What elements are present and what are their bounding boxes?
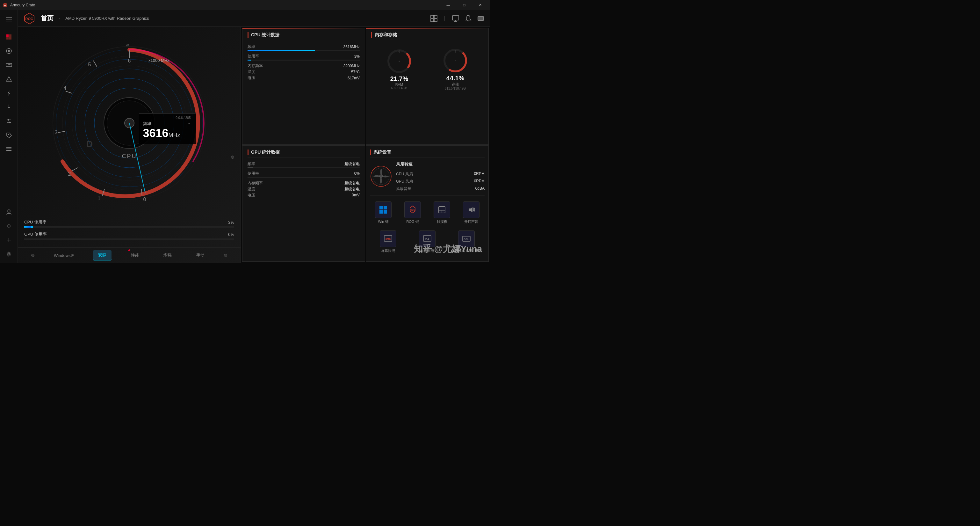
memory-card-title: 内存和存储	[375, 32, 397, 38]
fan-cpu-row: CPU 风扇 0RPM	[396, 172, 485, 177]
storage-gauge-ring: +	[442, 48, 468, 73]
sidebar-item-dot[interactable]	[3, 220, 15, 233]
sys-touchpad-label: 触摸板	[437, 219, 447, 224]
sidebar-item-circle[interactable]	[3, 45, 15, 57]
memory-card: 内存和存储	[366, 28, 489, 145]
sidebar-item-alert[interactable]: !	[3, 73, 15, 85]
header-separator: -	[59, 16, 60, 21]
cpu-memfreq-label: 内存频率	[248, 63, 263, 69]
mode-right-dot[interactable]	[224, 254, 227, 257]
titlebar-title: Armoury Crate	[10, 3, 35, 7]
storage-gauge: + 44.1% 存储 611.5/1387.2G	[442, 48, 468, 90]
sidebar-item-sliders[interactable]	[3, 115, 15, 128]
cpu-usage-bar-fill	[248, 60, 251, 61]
close-button[interactable]: ✕	[473, 0, 487, 10]
ram-gauge: + 21.7% RAM 6.8/31.4GB	[387, 48, 412, 90]
sys-rogkey-box: ROG	[404, 201, 421, 218]
monitor-icon[interactable]	[452, 15, 460, 22]
ram-plus-icon: +	[399, 60, 400, 62]
cpu-usage-label: CPU 使用率	[24, 219, 46, 225]
sys-winkey-item[interactable]: Win 键	[370, 199, 397, 226]
fan-inline: 风扇转速 CPU 风扇 0RPM GPU 风扇 0RPM 风扇音量	[370, 161, 485, 196]
deco-dot-bottom[interactable]	[231, 156, 234, 159]
gauge-area: 6 5 4 3 2 1 0	[18, 27, 240, 219]
svg-rect-8	[9, 37, 11, 40]
ram-label: RAM	[390, 83, 409, 86]
mode-tab-windows[interactable]: Windows®	[49, 251, 79, 260]
fan-gpu-label: GPU 风扇	[396, 179, 413, 184]
svg-point-10	[8, 50, 10, 52]
sidebar-item-home[interactable]	[3, 30, 15, 43]
memory-gauges: + 21.7% RAM 6.8/31.4GB	[371, 44, 483, 94]
cpu-usage-metric: 使用率 3%	[248, 54, 360, 59]
sidebar-item-menu[interactable]	[3, 13, 15, 26]
sys-panel-item[interactable]: HZ 面板省电	[409, 229, 446, 255]
gpu-usage-row: GPU 使用率 0%	[24, 231, 234, 237]
svg-text:ROG: ROG	[25, 17, 33, 21]
svg-text:3: 3	[54, 130, 57, 135]
svg-point-27	[8, 210, 10, 212]
sidebar-item-lightning[interactable]	[3, 87, 15, 99]
cpu-freq-bar-fill	[248, 50, 315, 51]
sidebar-item-user[interactable]	[3, 206, 15, 218]
maximize-button[interactable]: □	[457, 0, 471, 10]
sys-rogkey-item[interactable]: ROG ROG 键	[399, 199, 426, 226]
fan-cpu-label: CPU 风扇	[396, 172, 413, 177]
sidebar-item-download[interactable]	[3, 101, 15, 113]
titlebar-left: R Armoury Crate	[3, 3, 35, 8]
sys-startsound-item[interactable]: 开启声音	[458, 199, 485, 226]
sys-winkey-box	[375, 201, 391, 218]
gpu-card-header: GPU 统计数据	[248, 150, 360, 158]
sys-gpumode-label: 集显模式 GPU 模式	[451, 248, 482, 253]
sys-gpumode-box: GPU	[458, 231, 475, 247]
svg-text:!: !	[8, 78, 9, 81]
cpu-extra-metrics: 内存频率 3200MHz 温度 57°C 电压 617mV	[248, 63, 360, 81]
freq-popup-header: 0.0.6 / 205	[143, 116, 191, 120]
mode-tab-manual[interactable]: 手动	[191, 250, 210, 260]
svg-rect-44	[478, 17, 483, 20]
sys-touchpad-item[interactable]: 触摸板	[428, 199, 455, 226]
svg-rect-24	[6, 147, 11, 148]
mode-tab-quiet[interactable]: 安静	[93, 250, 111, 260]
gpu-memfreq-value: 超级省电	[344, 180, 360, 186]
sys-winkey-label: Win 键	[378, 219, 389, 224]
sidebar-item-keyboard[interactable]	[3, 59, 15, 72]
storage-pct: 44.1%	[445, 75, 466, 82]
header-right: |	[430, 15, 485, 22]
gauge-panel: 6 5 4 3 2 1 0	[18, 27, 241, 263]
header-subtitle: AMD Ryzen 9 5900HX with Radeon Graphics	[65, 16, 149, 21]
sidebar-item-settings[interactable]	[3, 248, 15, 260]
mode-left-dot[interactable]	[31, 254, 34, 257]
gpu-memfreq-label: 内存频率	[248, 180, 263, 186]
cpu-temp-label: 温度	[248, 69, 255, 75]
svg-text:6: 6	[128, 58, 130, 64]
minimize-button[interactable]: —	[441, 0, 456, 10]
cpu-usage-row: CPU 使用率 3%	[24, 219, 234, 225]
svg-rect-34	[431, 15, 434, 18]
rogkey-icon: ROG	[408, 205, 417, 214]
ram-detail: 6.8/31.4GB	[390, 86, 409, 90]
sidebar-item-list[interactable]	[3, 143, 15, 156]
grid-icon[interactable]	[430, 15, 438, 22]
gpu-usage-value: 0%	[228, 232, 234, 237]
battery-icon[interactable]	[477, 15, 485, 22]
svg-rect-14	[9, 64, 10, 65]
sidebar-item-tag[interactable]	[3, 129, 15, 142]
svg-text:0: 0	[143, 197, 146, 202]
svg-point-23	[8, 134, 9, 135]
sys-gpumode-item[interactable]: GPU 集显模式 GPU 模式	[448, 229, 485, 255]
mode-tab-enhanced[interactable]: 增强	[158, 250, 177, 260]
storage-gauge-text: +	[455, 60, 456, 62]
svg-rect-36	[431, 19, 434, 22]
fan-sound-label: 风扇音量	[396, 186, 411, 191]
main-area: ROG 首页 - AMD Ryzen 9 5900HX with Radeon …	[18, 10, 490, 263]
svg-text:ROG: ROG	[410, 209, 415, 211]
sys-startsound-label: 开启声音	[464, 219, 478, 224]
cpu-usage-value2: 3%	[354, 54, 360, 59]
sidebar-item-add[interactable]	[3, 234, 15, 246]
cpu-card-header: CPU 统计数据	[248, 32, 360, 40]
app-body: !	[0, 10, 490, 263]
svg-marker-93	[469, 207, 473, 212]
bell-icon[interactable]	[465, 15, 472, 22]
sys-screenshot-item[interactable]: 3MS 屏幕快照	[370, 229, 407, 255]
